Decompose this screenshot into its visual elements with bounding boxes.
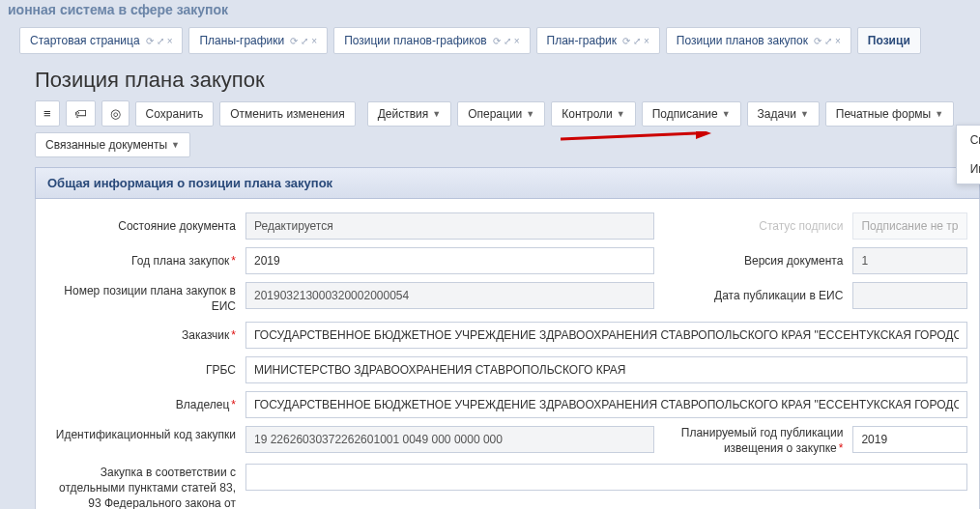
tab-controls: ⟳ ⤢ ×	[290, 36, 317, 46]
tab-label: Позици	[868, 34, 910, 47]
dropdown-item-estimates[interactable]: Сметные (плановые) назначения	[957, 126, 980, 155]
chevron-down-icon: ▼	[432, 109, 441, 119]
chevron-down-icon: ▼	[526, 109, 534, 119]
field-customer[interactable]	[245, 322, 967, 349]
field-status-sign: Подписание не тр	[852, 212, 967, 240]
tasks-button[interactable]: Задачи▼	[747, 101, 820, 127]
tab-controls: ⟳ ⤢ ×	[814, 36, 841, 46]
tabs-bar: Стартовая страница ⟳ ⤢ × Планы-графики ⟳…	[0, 19, 980, 58]
field-pub-date	[852, 282, 967, 309]
field-grbs[interactable]	[245, 356, 967, 383]
expand-icon[interactable]: ⤢	[301, 36, 308, 46]
field-owner[interactable]	[245, 391, 967, 418]
toolbar: ≡ 🏷 ◎ Сохранить Отменить изменения Дейст…	[0, 100, 980, 167]
chevron-down-icon: ▼	[722, 109, 731, 119]
field-doc-state: Редактируется	[245, 212, 654, 240]
field-doc-version: 1	[852, 247, 967, 274]
refresh-icon[interactable]: ⟳	[290, 36, 298, 46]
tab-label: Позиции планов закупок	[677, 34, 808, 47]
cancel-button[interactable]: Отменить изменения	[219, 101, 355, 127]
print-forms-dropdown: Сметные (плановые) назначения Информация…	[956, 125, 980, 184]
operations-button[interactable]: Операции▼	[457, 101, 545, 127]
chevron-down-icon: ▼	[935, 109, 943, 119]
label-grbs: ГРБС	[47, 356, 236, 379]
save-button[interactable]: Сохранить	[135, 101, 215, 127]
field-id-code: 19 2262603037226260100​1 0049 000 0000 0…	[245, 426, 654, 453]
close-icon[interactable]: ×	[311, 36, 317, 46]
menu-icon[interactable]: ≡	[35, 100, 60, 127]
tab-start-page[interactable]: Стартовая страница ⟳ ⤢ ×	[19, 27, 183, 54]
field-law[interactable]	[245, 464, 967, 491]
chevron-down-icon: ▼	[800, 109, 809, 119]
tab-plan-graphics[interactable]: Планы-графики ⟳ ⤢ ×	[188, 27, 328, 54]
tab-controls: ⟳ ⤢ ×	[146, 36, 173, 46]
label-customer: Заказчик*	[47, 322, 236, 344]
label-pos-number: Номер позиции плана закупок в ЕИС	[47, 282, 236, 314]
expand-icon[interactable]: ⤢	[824, 36, 832, 46]
refresh-icon[interactable]: ⟳	[814, 36, 821, 46]
expand-icon[interactable]: ⤢	[157, 36, 164, 46]
label-pub-date: Дата публикации в ЕИС	[664, 282, 843, 304]
controls-button[interactable]: Контроли▼	[551, 101, 636, 127]
chevron-down-icon: ▼	[171, 140, 180, 150]
tab-controls: ⟳ ⤢ ×	[622, 36, 649, 46]
expand-icon[interactable]: ⤢	[504, 36, 511, 46]
tab-positions-plan-graphics[interactable]: Позиции планов-графиков ⟳ ⤢ ×	[333, 27, 530, 54]
tab-plan-graphic[interactable]: План-график ⟳ ⤢ ×	[536, 27, 660, 54]
target-icon[interactable]: ◎	[101, 100, 130, 127]
refresh-icon[interactable]: ⟳	[146, 36, 154, 46]
tab-label: План-график	[547, 34, 617, 47]
refresh-icon[interactable]: ⟳	[493, 36, 501, 46]
label-doc-state: Состояние документа	[47, 212, 236, 235]
app-title: ионная система в сфере закупок	[0, 0, 980, 19]
tab-controls: ⟳ ⤢ ×	[493, 36, 520, 46]
close-icon[interactable]: ×	[644, 36, 649, 46]
label-id-code: Идентификационный код закупки	[47, 426, 236, 443]
tag-icon[interactable]: 🏷	[66, 100, 96, 127]
tab-label: Планы-графики	[199, 34, 284, 47]
tab-active-position[interactable]: Позици	[857, 27, 921, 54]
field-planned-year[interactable]	[852, 426, 967, 453]
label-law: Закупка в соответствии с отдельными пунк…	[47, 464, 236, 509]
label-status-sign: Статус подписи	[664, 212, 843, 235]
label-doc-version: Версия документа	[664, 247, 843, 269]
label-plan-year: Год плана закупок*	[47, 247, 236, 269]
field-pos-number: 201903213000320002000054	[245, 282, 654, 309]
actions-button[interactable]: Действия▼	[367, 101, 452, 127]
print-forms-button[interactable]: Печатные формы▼	[825, 101, 954, 127]
form-area: Состояние документа Редактируется Статус…	[35, 199, 980, 509]
label-planned-year: Планируемый год публикации извещения о з…	[664, 426, 843, 456]
tab-label: Позиции планов-графиков	[344, 34, 487, 47]
linked-docs-button[interactable]: Связанные документы▼	[35, 132, 190, 157]
expand-icon[interactable]: ⤢	[633, 36, 641, 46]
tab-label: Стартовая страница	[30, 34, 140, 47]
section-header: Общая информация о позиции плана закупок	[35, 167, 980, 199]
close-icon[interactable]: ×	[835, 36, 841, 46]
label-owner: Владелец*	[47, 391, 236, 413]
chevron-down-icon: ▼	[617, 109, 625, 119]
signing-button[interactable]: Подписание▼	[642, 101, 741, 127]
dropdown-item-linked-info[interactable]: Информация о связанных документах	[957, 155, 980, 184]
page-title: Позиция плана закупок	[0, 58, 980, 100]
refresh-icon[interactable]: ⟳	[622, 36, 630, 46]
field-plan-year[interactable]	[245, 247, 654, 274]
close-icon[interactable]: ×	[167, 36, 173, 46]
close-icon[interactable]: ×	[514, 36, 520, 46]
tab-positions-plan-zakupok[interactable]: Позиции планов закупок ⟳ ⤢ ×	[666, 27, 851, 54]
